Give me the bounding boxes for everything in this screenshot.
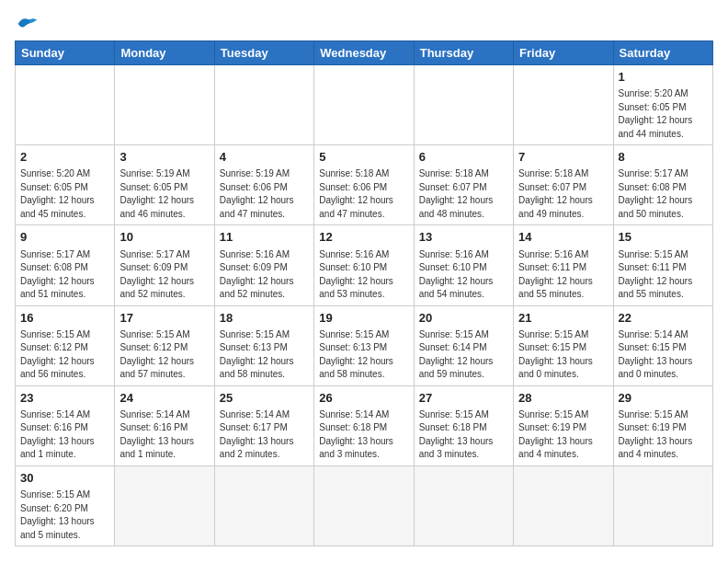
day-number: 1 xyxy=(619,69,708,86)
calendar-day-cell xyxy=(514,465,613,546)
calendar-day-cell: 11Sunrise: 5:16 AM Sunset: 6:09 PM Dayli… xyxy=(214,225,313,305)
calendar-day-cell: 14Sunrise: 5:16 AM Sunset: 6:11 PM Dayli… xyxy=(514,225,613,305)
calendar-weekday-header: Monday xyxy=(115,41,214,65)
calendar-day-cell xyxy=(414,465,513,546)
calendar-day-cell xyxy=(514,65,613,145)
day-number: 2 xyxy=(20,149,109,166)
calendar-week-row: 9Sunrise: 5:17 AM Sunset: 6:08 PM Daylig… xyxy=(16,225,713,305)
calendar-weekday-header: Wednesday xyxy=(314,41,414,65)
calendar-day-cell xyxy=(214,65,313,145)
day-content: Sunrise: 5:15 AM Sunset: 6:11 PM Dayligh… xyxy=(619,248,708,302)
day-content: Sunrise: 5:14 AM Sunset: 6:16 PM Dayligh… xyxy=(20,408,109,462)
day-content: Sunrise: 5:18 AM Sunset: 6:07 PM Dayligh… xyxy=(419,167,508,221)
calendar-day-cell: 6Sunrise: 5:18 AM Sunset: 6:07 PM Daylig… xyxy=(414,145,513,225)
day-number: 15 xyxy=(619,229,708,246)
calendar-day-cell xyxy=(115,465,214,546)
calendar-day-cell: 28Sunrise: 5:15 AM Sunset: 6:19 PM Dayli… xyxy=(514,385,613,465)
day-number: 28 xyxy=(518,390,608,407)
calendar-weekday-header: Sunday xyxy=(16,41,115,65)
day-number: 21 xyxy=(518,310,608,327)
calendar-day-cell: 12Sunrise: 5:16 AM Sunset: 6:10 PM Dayli… xyxy=(314,225,414,305)
day-content: Sunrise: 5:15 AM Sunset: 6:13 PM Dayligh… xyxy=(319,328,408,382)
day-number: 4 xyxy=(220,149,309,166)
calendar-table: SundayMondayTuesdayWednesdayThursdayFrid… xyxy=(15,40,713,546)
calendar-weekday-header: Thursday xyxy=(414,41,513,65)
calendar-day-cell: 7Sunrise: 5:18 AM Sunset: 6:07 PM Daylig… xyxy=(514,145,613,225)
day-number: 10 xyxy=(119,229,209,246)
day-content: Sunrise: 5:19 AM Sunset: 6:05 PM Dayligh… xyxy=(119,167,209,221)
day-number: 16 xyxy=(20,310,109,327)
calendar-day-cell: 10Sunrise: 5:17 AM Sunset: 6:09 PM Dayli… xyxy=(115,225,214,305)
calendar-day-cell: 1Sunrise: 5:20 AM Sunset: 6:05 PM Daylig… xyxy=(613,65,712,145)
day-number: 24 xyxy=(119,390,209,407)
day-content: Sunrise: 5:14 AM Sunset: 6:15 PM Dayligh… xyxy=(619,328,708,382)
calendar-day-cell: 17Sunrise: 5:15 AM Sunset: 6:12 PM Dayli… xyxy=(115,305,214,385)
calendar-day-cell: 22Sunrise: 5:14 AM Sunset: 6:15 PM Dayli… xyxy=(613,305,712,385)
day-content: Sunrise: 5:15 AM Sunset: 6:12 PM Dayligh… xyxy=(119,328,209,382)
calendar-day-cell: 26Sunrise: 5:14 AM Sunset: 6:18 PM Dayli… xyxy=(314,385,414,465)
day-number: 30 xyxy=(20,470,109,487)
day-content: Sunrise: 5:14 AM Sunset: 6:16 PM Dayligh… xyxy=(119,408,209,462)
calendar-day-cell: 29Sunrise: 5:15 AM Sunset: 6:19 PM Dayli… xyxy=(613,385,712,465)
day-content: Sunrise: 5:15 AM Sunset: 6:18 PM Dayligh… xyxy=(419,408,508,462)
day-content: Sunrise: 5:16 AM Sunset: 6:10 PM Dayligh… xyxy=(319,248,408,302)
day-content: Sunrise: 5:16 AM Sunset: 6:10 PM Dayligh… xyxy=(419,248,508,302)
calendar-day-cell: 23Sunrise: 5:14 AM Sunset: 6:16 PM Dayli… xyxy=(16,385,115,465)
day-number: 19 xyxy=(319,310,408,327)
calendar-day-cell: 25Sunrise: 5:14 AM Sunset: 6:17 PM Dayli… xyxy=(214,385,313,465)
logo-bird-icon xyxy=(17,15,39,33)
day-content: Sunrise: 5:18 AM Sunset: 6:06 PM Dayligh… xyxy=(319,167,408,221)
day-number: 26 xyxy=(319,390,408,407)
calendar-header-row: SundayMondayTuesdayWednesdayThursdayFrid… xyxy=(16,41,713,65)
calendar-day-cell: 15Sunrise: 5:15 AM Sunset: 6:11 PM Dayli… xyxy=(613,225,712,305)
calendar-day-cell xyxy=(214,465,313,546)
day-content: Sunrise: 5:15 AM Sunset: 6:19 PM Dayligh… xyxy=(619,408,708,462)
day-content: Sunrise: 5:17 AM Sunset: 6:08 PM Dayligh… xyxy=(20,248,109,302)
day-number: 3 xyxy=(119,149,209,166)
day-number: 5 xyxy=(319,149,408,166)
day-content: Sunrise: 5:19 AM Sunset: 6:06 PM Dayligh… xyxy=(220,167,309,221)
day-content: Sunrise: 5:20 AM Sunset: 6:05 PM Dayligh… xyxy=(619,87,708,141)
calendar-day-cell: 4Sunrise: 5:19 AM Sunset: 6:06 PM Daylig… xyxy=(214,145,313,225)
day-number: 23 xyxy=(20,390,109,407)
calendar-day-cell: 2Sunrise: 5:20 AM Sunset: 6:05 PM Daylig… xyxy=(16,145,115,225)
calendar-day-cell: 24Sunrise: 5:14 AM Sunset: 6:16 PM Dayli… xyxy=(115,385,214,465)
day-content: Sunrise: 5:15 AM Sunset: 6:20 PM Dayligh… xyxy=(20,488,109,542)
calendar-week-row: 16Sunrise: 5:15 AM Sunset: 6:12 PM Dayli… xyxy=(16,305,713,385)
day-number: 9 xyxy=(20,229,109,246)
day-number: 8 xyxy=(619,149,708,166)
day-content: Sunrise: 5:15 AM Sunset: 6:12 PM Dayligh… xyxy=(20,328,109,382)
calendar-day-cell: 9Sunrise: 5:17 AM Sunset: 6:08 PM Daylig… xyxy=(16,225,115,305)
day-content: Sunrise: 5:15 AM Sunset: 6:13 PM Dayligh… xyxy=(220,328,309,382)
day-content: Sunrise: 5:17 AM Sunset: 6:08 PM Dayligh… xyxy=(619,167,708,221)
day-content: Sunrise: 5:15 AM Sunset: 6:19 PM Dayligh… xyxy=(518,408,608,462)
day-number: 29 xyxy=(619,390,708,407)
day-content: Sunrise: 5:20 AM Sunset: 6:05 PM Dayligh… xyxy=(20,167,109,221)
calendar-weekday-header: Friday xyxy=(514,41,613,65)
calendar-week-row: 2Sunrise: 5:20 AM Sunset: 6:05 PM Daylig… xyxy=(16,145,713,225)
day-number: 22 xyxy=(619,310,708,327)
calendar-day-cell: 19Sunrise: 5:15 AM Sunset: 6:13 PM Dayli… xyxy=(314,305,414,385)
calendar-day-cell xyxy=(16,65,115,145)
calendar-week-row: 30Sunrise: 5:15 AM Sunset: 6:20 PM Dayli… xyxy=(16,465,713,546)
page-header xyxy=(15,15,713,33)
day-number: 27 xyxy=(419,390,508,407)
calendar-day-cell: 5Sunrise: 5:18 AM Sunset: 6:06 PM Daylig… xyxy=(314,145,414,225)
day-number: 7 xyxy=(518,149,608,166)
day-number: 6 xyxy=(419,149,508,166)
day-number: 18 xyxy=(220,310,309,327)
day-number: 25 xyxy=(220,390,309,407)
calendar-day-cell: 18Sunrise: 5:15 AM Sunset: 6:13 PM Dayli… xyxy=(214,305,313,385)
calendar-day-cell: 27Sunrise: 5:15 AM Sunset: 6:18 PM Dayli… xyxy=(414,385,513,465)
day-number: 14 xyxy=(518,229,608,246)
calendar-day-cell: 3Sunrise: 5:19 AM Sunset: 6:05 PM Daylig… xyxy=(115,145,214,225)
day-content: Sunrise: 5:15 AM Sunset: 6:14 PM Dayligh… xyxy=(419,328,508,382)
calendar-day-cell: 30Sunrise: 5:15 AM Sunset: 6:20 PM Dayli… xyxy=(16,465,115,546)
calendar-day-cell xyxy=(613,465,712,546)
day-content: Sunrise: 5:14 AM Sunset: 6:18 PM Dayligh… xyxy=(319,408,408,462)
day-content: Sunrise: 5:16 AM Sunset: 6:11 PM Dayligh… xyxy=(518,248,608,302)
day-content: Sunrise: 5:18 AM Sunset: 6:07 PM Dayligh… xyxy=(518,167,608,221)
calendar-day-cell: 21Sunrise: 5:15 AM Sunset: 6:15 PM Dayli… xyxy=(514,305,613,385)
calendar-day-cell xyxy=(314,65,414,145)
calendar-day-cell: 8Sunrise: 5:17 AM Sunset: 6:08 PM Daylig… xyxy=(613,145,712,225)
